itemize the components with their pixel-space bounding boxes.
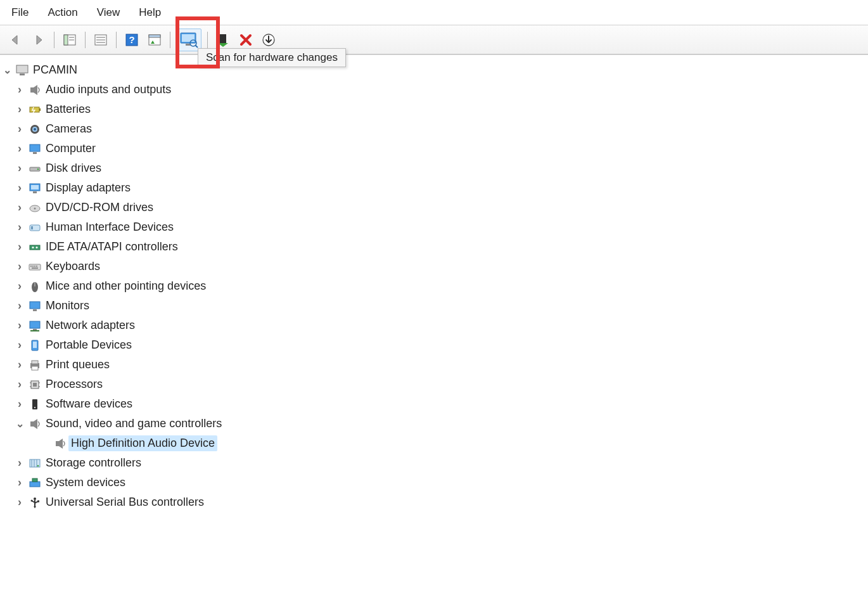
scan-hardware-tooltip: Scan for hardware changes	[198, 48, 346, 67]
tree-expander[interactable]	[13, 122, 27, 136]
tree-category[interactable]: Audio inputs and outputs	[0, 80, 868, 100]
tree-category[interactable]: Network adapters	[0, 316, 868, 335]
tree-node-icon	[27, 398, 43, 411]
help-button[interactable]: ?	[122, 30, 141, 49]
tree-root-node[interactable]: PCAMIN	[0, 60, 868, 80]
device-tree-panel: PCAMIN Audio inputs and outputs Batterie…	[0, 55, 868, 597]
tree-expander[interactable]	[13, 260, 27, 273]
tree-expander[interactable]	[13, 279, 27, 293]
tree-category[interactable]: Monitors	[0, 296, 868, 316]
tree-category[interactable]: Cameras	[0, 119, 868, 139]
tree-expander[interactable]	[13, 338, 27, 352]
menu-action[interactable]: Action	[44, 4, 81, 22]
tree-node-label: IDE ATA/ATAPI controllers	[43, 240, 178, 254]
show-console-tree-button[interactable]	[60, 30, 79, 49]
battery-icon	[29, 103, 41, 116]
update-driver-button[interactable]	[259, 30, 278, 49]
update-driver-icon	[262, 33, 276, 47]
forward-button[interactable]	[29, 30, 48, 49]
cpu-icon	[29, 378, 41, 391]
tree-expander[interactable]	[13, 162, 27, 175]
tree-category[interactable]: Software devices	[0, 394, 868, 414]
enable-device-icon	[216, 33, 230, 47]
tree-node-icon	[27, 202, 43, 214]
uninstall-device-button[interactable]	[236, 30, 255, 49]
tree-node-icon	[27, 378, 43, 391]
tree-expander[interactable]	[13, 456, 27, 470]
tree-node-icon	[27, 457, 43, 470]
scan-hardware-icon	[179, 32, 198, 48]
tree-node-label: Monitors	[43, 299, 89, 312]
menu-file[interactable]: File	[8, 4, 32, 22]
tree-category[interactable]: Mice and other pointing devices	[0, 276, 868, 296]
tree-expander[interactable]	[13, 221, 27, 234]
tree-category[interactable]: Processors	[0, 375, 868, 394]
device-tree[interactable]: PCAMIN Audio inputs and outputs Batterie…	[0, 55, 868, 512]
network-icon	[29, 319, 41, 332]
tree-expander[interactable]	[13, 83, 27, 96]
tree-category[interactable]: Computer	[0, 139, 868, 158]
tree-category[interactable]: Print queues	[0, 355, 868, 375]
tree-expander[interactable]	[13, 378, 27, 391]
tree-node-label: Display adapters	[43, 181, 131, 195]
tree-node-label: Universal Serial Bus controllers	[43, 496, 204, 509]
tree-node-icon	[27, 84, 43, 96]
toolbar: ?	[0, 25, 868, 55]
tree-expander[interactable]	[13, 496, 27, 509]
enable-device-button[interactable]	[214, 30, 233, 49]
disk-icon	[29, 162, 41, 175]
tree-category[interactable]: System devices	[0, 473, 868, 492]
system-icon	[29, 477, 41, 489]
tree-node-label: Audio inputs and outputs	[43, 83, 171, 96]
svg-rect-18	[220, 34, 226, 43]
tree-category[interactable]: Human Interface Devices	[0, 217, 868, 237]
tree-node-icon	[52, 437, 68, 450]
menu-help[interactable]: Help	[135, 4, 165, 22]
tree-node-icon	[27, 241, 43, 254]
tree-category[interactable]: Disk drives	[0, 158, 868, 178]
toolbar-separator	[54, 32, 54, 48]
tree-device[interactable]: High Definition Audio Device	[0, 433, 868, 453]
show-hidden-icon	[148, 33, 162, 47]
tree-category[interactable]: Sound, video and game controllers	[0, 414, 868, 433]
tree-category[interactable]: Universal Serial Bus controllers	[0, 492, 868, 512]
properties-icon	[94, 33, 108, 47]
tree-category[interactable]: IDE ATA/ATAPI controllers	[0, 237, 868, 257]
svg-rect-1	[64, 35, 68, 45]
show-console-tree-icon	[63, 33, 77, 47]
monitor-icon	[29, 143, 41, 155]
tree-category[interactable]: Portable Devices	[0, 335, 868, 355]
toolbar-separator	[116, 32, 117, 48]
tree-category[interactable]: Batteries	[0, 100, 868, 119]
tree-expander[interactable]	[13, 201, 27, 214]
tree-expander[interactable]	[13, 299, 27, 312]
tree-expander[interactable]	[13, 181, 27, 195]
tree-expander[interactable]	[13, 418, 27, 430]
hid-icon	[29, 221, 41, 234]
tree-expander[interactable]	[13, 240, 27, 254]
back-button[interactable]	[6, 30, 25, 49]
tree-expander[interactable]	[13, 103, 27, 116]
menu-view[interactable]: View	[93, 4, 124, 22]
computer-root-icon	[16, 64, 29, 77]
back-icon	[9, 33, 23, 47]
tree-expander[interactable]	[0, 64, 14, 76]
svg-text:?: ?	[129, 34, 134, 45]
tree-node-label: Processors	[43, 378, 103, 391]
tree-node-label: High Definition Audio Device	[68, 435, 217, 451]
show-hidden-button[interactable]	[145, 30, 164, 49]
tree-category[interactable]: Storage controllers	[0, 453, 868, 473]
tree-category[interactable]: Display adapters	[0, 178, 868, 198]
svg-marker-19	[218, 43, 228, 47]
tree-expander[interactable]	[13, 319, 27, 332]
tree-expander[interactable]	[13, 142, 27, 155]
properties-button[interactable]	[91, 30, 110, 49]
tree-node-icon	[14, 64, 30, 77]
tree-category[interactable]: DVD/CD-ROM drives	[0, 198, 868, 217]
tree-category[interactable]: Keyboards	[0, 257, 868, 276]
tree-expander[interactable]	[13, 358, 27, 371]
printer-icon	[29, 359, 41, 371]
tree-expander[interactable]	[13, 476, 27, 489]
tree-expander[interactable]	[13, 397, 27, 411]
tree-node-label: Software devices	[43, 397, 132, 411]
